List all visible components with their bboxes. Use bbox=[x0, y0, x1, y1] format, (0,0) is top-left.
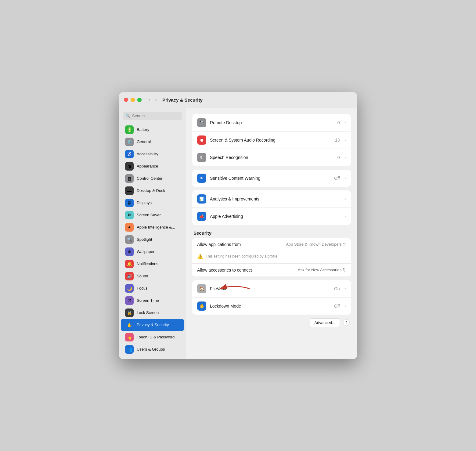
sidebar-item-wallpaper[interactable]: ❄ Wallpaper bbox=[121, 246, 184, 258]
screen-audio-label: Screen & System Audio Recording bbox=[210, 138, 331, 143]
sensitive-content-chevron: › bbox=[345, 176, 346, 180]
sidebar-item-control-center[interactable]: ▦ Control Center bbox=[121, 172, 184, 185]
filevault-row[interactable]: 🏠 FileVault On › bbox=[192, 280, 351, 298]
warning-icon: ⚠️ bbox=[197, 254, 203, 259]
allow-apps-value: App Store & Known Developers bbox=[286, 242, 342, 247]
warning-text: This setting has been configured by a pr… bbox=[206, 254, 279, 258]
filevault-value: On bbox=[334, 286, 340, 291]
sidebar-label-spotlight: Spotlight bbox=[137, 237, 152, 242]
analytics-label: Analytics & Improvements bbox=[210, 197, 341, 201]
apple-advertising-chevron: › bbox=[345, 214, 346, 218]
sidebar-label-displays: Displays bbox=[137, 200, 152, 205]
sidebar-icon-accessibility: ♿ bbox=[125, 150, 134, 158]
remote-desktop-label: Remote Desktop bbox=[210, 120, 334, 125]
allow-apps-value-container[interactable]: App Store & Known Developers ⇅ bbox=[286, 242, 346, 247]
sidebar-item-general[interactable]: ⚙️ General bbox=[121, 136, 184, 148]
sidebar: 🔍 🔋 Battery ⚙️ General ♿ Accessibility ◑… bbox=[119, 108, 186, 359]
accessories-label: Allow accessories to connect bbox=[197, 268, 294, 272]
sidebar-item-privacy-security[interactable]: ✋ Privacy & Security bbox=[121, 319, 184, 331]
sidebar-item-displays[interactable]: 🖥 Displays bbox=[121, 197, 184, 209]
lockdown-icon: ✋ bbox=[197, 301, 206, 311]
search-box: 🔍 bbox=[123, 112, 182, 120]
content: 🔍 🔋 Battery ⚙️ General ♿ Accessibility ◑… bbox=[119, 108, 357, 359]
sidebar-item-desktop-dock[interactable]: ▬ Desktop & Dock bbox=[121, 185, 184, 197]
screen-audio-icon: ⏺ bbox=[197, 135, 206, 145]
apple-advertising-row[interactable]: 📣 Apple Advertising › bbox=[192, 208, 351, 225]
sidebar-label-appearance: Appearance bbox=[137, 164, 158, 168]
sidebar-label-touch-id: Touch ID & Password bbox=[137, 335, 175, 339]
sidebar-item-sound[interactable]: 🔊 Sound bbox=[121, 270, 184, 282]
sidebar-item-screen-time[interactable]: ⏱ Screen Time bbox=[121, 294, 184, 307]
allow-apps-row: Allow applications from App Store & Know… bbox=[192, 238, 351, 251]
sidebar-item-focus[interactable]: 🌙 Focus bbox=[121, 282, 184, 294]
sidebar-label-screen-saver: Screen Saver bbox=[137, 213, 161, 217]
sidebar-item-apple-intelligence[interactable]: ✦ Apple Intelligence &... bbox=[121, 221, 184, 233]
lockdown-row[interactable]: ✋ Lockdown Mode Off › bbox=[192, 298, 351, 315]
maximize-button[interactable] bbox=[137, 98, 142, 102]
speech-recognition-label: Speech Recognition bbox=[210, 155, 334, 160]
sidebar-icon-notifications: 🔔 bbox=[125, 260, 134, 268]
search-input[interactable] bbox=[132, 114, 179, 118]
sidebar-icon-battery: 🔋 bbox=[125, 125, 134, 134]
warning-row: ⚠️ This setting has been configured by a… bbox=[192, 251, 351, 263]
sidebar-item-accessibility[interactable]: ♿ Accessibility bbox=[121, 148, 184, 160]
remote-desktop-row[interactable]: 🔭 Remote Desktop 0 › bbox=[192, 114, 351, 132]
remote-desktop-icon: 🔭 bbox=[197, 118, 206, 127]
sidebar-label-lock-screen: Lock Screen bbox=[137, 310, 159, 315]
accessories-stepper-icon: ⇅ bbox=[343, 268, 346, 272]
sensitive-content-label: Sensitive Content Warning bbox=[210, 176, 330, 181]
sidebar-icon-privacy-security: ✋ bbox=[125, 321, 134, 329]
analytics-row[interactable]: 📊 Analytics & Improvements › bbox=[192, 190, 351, 208]
sidebar-icon-displays: 🖥 bbox=[125, 199, 134, 207]
sidebar-item-battery[interactable]: 🔋 Battery bbox=[121, 124, 184, 136]
sidebar-label-wallpaper: Wallpaper bbox=[137, 249, 154, 254]
filevault-chevron: › bbox=[345, 286, 346, 291]
sidebar-icon-desktop-dock: ▬ bbox=[125, 186, 134, 195]
sidebar-icon-sound: 🔊 bbox=[125, 272, 134, 280]
sidebar-label-users-groups: Users & Groups bbox=[137, 347, 165, 352]
main-content: 🔭 Remote Desktop 0 › ⏺ Screen & System A… bbox=[186, 108, 357, 359]
sidebar-icon-spotlight: 🔍 bbox=[125, 235, 134, 244]
sidebar-label-focus: Focus bbox=[137, 286, 147, 290]
analytics-chevron: › bbox=[345, 197, 346, 201]
security-section-title: Security bbox=[193, 230, 351, 236]
lockdown-label: Lockdown Mode bbox=[210, 304, 330, 308]
speech-recognition-row[interactable]: 🎙 Speech Recognition 0 › bbox=[192, 149, 351, 166]
sidebar-item-screen-saver[interactable]: ⧉ Screen Saver bbox=[121, 209, 184, 221]
forward-button[interactable]: › bbox=[153, 96, 159, 104]
analytics-group: 📊 Analytics & Improvements › 📣 Apple Adv… bbox=[192, 190, 351, 225]
sidebar-item-users-groups[interactable]: 👥 Users & Groups bbox=[121, 343, 184, 355]
back-button[interactable]: ‹ bbox=[146, 96, 152, 104]
sidebar-item-appearance[interactable]: ◑ Appearance bbox=[121, 160, 184, 172]
close-button[interactable] bbox=[124, 98, 128, 102]
apple-advertising-icon: 📣 bbox=[197, 212, 206, 221]
nav-buttons: ‹ › bbox=[146, 96, 159, 104]
sidebar-item-notifications[interactable]: 🔔 Notifications bbox=[121, 258, 184, 270]
sidebar-icon-screen-saver: ⧉ bbox=[125, 211, 134, 219]
apple-advertising-label: Apple Advertising bbox=[210, 214, 341, 219]
screen-audio-row[interactable]: ⏺ Screen & System Audio Recording 13 › bbox=[192, 132, 351, 149]
speech-recognition-chevron: › bbox=[345, 155, 346, 160]
speech-recognition-icon: 🎙 bbox=[197, 153, 206, 162]
sensitive-content-row[interactable]: 👁 Sensitive Content Warning Off › bbox=[192, 170, 351, 187]
sidebar-icon-wallpaper: ❄ bbox=[125, 247, 134, 256]
sensitive-content-group: 👁 Sensitive Content Warning Off › bbox=[192, 170, 351, 187]
sidebar-icon-screen-time: ⏱ bbox=[125, 296, 134, 305]
speech-recognition-value: 0 bbox=[337, 155, 340, 160]
help-button[interactable]: ? bbox=[343, 319, 350, 326]
bottom-buttons: Advanced... ? bbox=[192, 318, 351, 327]
sensitive-content-value: Off bbox=[334, 176, 340, 181]
filevault-group: 🏠 FileVault On › bbox=[192, 280, 351, 315]
accessories-row: Allow accessories to connect Ask for New… bbox=[192, 263, 351, 276]
sidebar-item-touch-id[interactable]: 👆 Touch ID & Password bbox=[121, 331, 184, 343]
minimize-button[interactable] bbox=[131, 98, 135, 102]
sidebar-item-spotlight[interactable]: 🔍 Spotlight bbox=[121, 233, 184, 246]
sidebar-label-control-center: Control Center bbox=[137, 176, 163, 181]
sidebar-item-lock-screen[interactable]: 🔒 Lock Screen bbox=[121, 307, 184, 319]
sidebar-icon-general: ⚙️ bbox=[125, 138, 134, 146]
window-title: Privacy & Security bbox=[162, 97, 203, 103]
accessories-value: Ask for New Accessories bbox=[298, 268, 341, 272]
accessories-value-container[interactable]: Ask for New Accessories ⇅ bbox=[298, 268, 346, 272]
sidebar-icon-touch-id: 👆 bbox=[125, 333, 134, 341]
advanced-button[interactable]: Advanced... bbox=[310, 318, 340, 327]
